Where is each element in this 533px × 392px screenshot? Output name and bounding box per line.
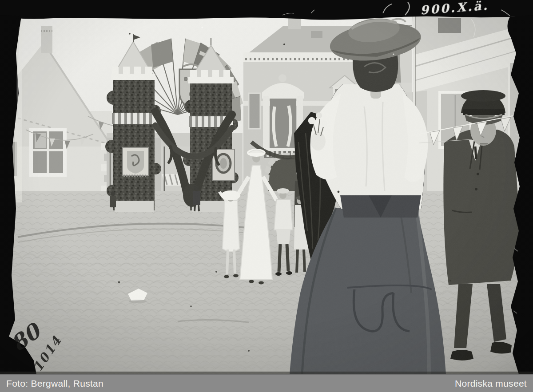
museum-credit: Nordiska museet (455, 378, 527, 389)
top-border (0, 0, 533, 20)
film-grain (0, 16, 533, 374)
photo-scene (0, 0, 533, 392)
historic-photograph-plate: 900.X.ä. 80 1014 Foto: Bergwall, Rustan … (0, 0, 533, 392)
caption-bar: Foto: Bergwall, Rustan Nordiska museet (0, 374, 533, 392)
photograph (0, 13, 533, 376)
photographer-credit: Foto: Bergwall, Rustan (6, 378, 103, 389)
